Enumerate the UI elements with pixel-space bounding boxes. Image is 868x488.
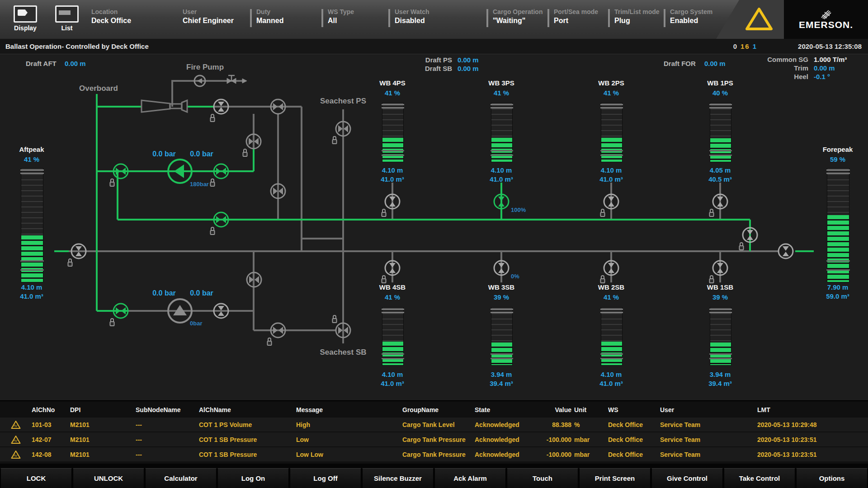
alarm-triangle-icon: [0, 450, 32, 459]
page-title: Ballast Operation- Controlled by Deck Of…: [0, 42, 149, 50]
column-value: Value: [540, 406, 574, 413]
alarm-triangle-icon: [0, 435, 32, 444]
pump1-pressure-in: 0.0 bar: [152, 150, 176, 158]
column-dpi: DPI: [70, 406, 136, 413]
pump1-pressure-out: 0.0 bar: [190, 150, 213, 158]
ship-status-block: Common SG1.000 T/m³Trim0.00 mHeel-0.1 °: [767, 56, 863, 81]
status-heel: Heel-0.1 °: [767, 73, 863, 81]
column-lmt: LMT: [757, 406, 868, 413]
take-control-button[interactable]: Take Control: [724, 468, 795, 488]
draft-ps-label: Draft PS: [409, 56, 452, 64]
column-alchname: AlChName: [199, 406, 296, 413]
draft-sb-value: 0.00 m: [458, 65, 479, 72]
tank-gauge-wb1ps[interactable]: [710, 103, 731, 162]
valve-wb3ps-position: 100%: [511, 206, 526, 213]
alarm-row-142-07[interactable]: 142-07M2101---COT 1 SB PressureLowCargo …: [0, 432, 868, 446]
list-button[interactable]: List: [48, 5, 86, 33]
header-field-location: LocationDeck Office: [91, 8, 131, 29]
seachest-sb-label: Seachest SB: [320, 348, 367, 357]
kchief-ballast-screen: Display List LocationDeck OfficeUserChie…: [0, 0, 868, 488]
header-field-duty: DutyManned: [256, 8, 283, 29]
emerson-logo: EMERSON.: [784, 0, 868, 39]
column-subnodename: SubNodeName: [136, 406, 199, 413]
touch-button[interactable]: Touch: [507, 468, 578, 488]
pump1-rating: 180bar: [190, 181, 209, 188]
list-icon: [55, 5, 79, 23]
give-control-button[interactable]: Give Control: [651, 468, 723, 488]
display-icon: [14, 5, 37, 23]
title-bar: Ballast Operation- Controlled by Deck Of…: [0, 39, 868, 54]
header-field-cargo-system: Cargo SystemEnabled: [670, 8, 712, 29]
calculator-button[interactable]: Calculator: [145, 468, 217, 488]
column-user: User: [660, 406, 757, 413]
header-field-trim-list-mode: Trim/List modePlug: [614, 8, 660, 29]
tank-gauge-wb2ps[interactable]: [601, 103, 623, 162]
alarm-row-142-08[interactable]: 142-08M2101---COT 1 SB PressureLow LowCa…: [0, 447, 868, 461]
fire-pump-label: Fire Pump: [186, 63, 224, 71]
header-field-ws-type: WS TypeAll: [328, 8, 354, 29]
header-field-user-watch: User WatchDisabled: [395, 8, 429, 29]
tank-gauge-wb1sb[interactable]: [710, 307, 731, 366]
alarm-triangle-icon: [0, 420, 32, 429]
column-message: Message: [296, 406, 402, 413]
valve-wb3sb-position: 0%: [511, 273, 519, 280]
alarm-counters: 0161: [733, 42, 757, 50]
log-on-button[interactable]: Log On: [217, 468, 289, 488]
seachest-ps-label: Seachest PS: [320, 97, 366, 105]
emerson-scribble-icon: [817, 9, 835, 19]
header-field-port-sea-mode: Port/Sea modePort: [554, 8, 598, 29]
column-ws: WS: [608, 406, 660, 413]
pump2-rating: 0bar: [190, 320, 202, 327]
draft-aft-value: 0.00 m: [65, 60, 86, 67]
options-button[interactable]: Options: [796, 468, 868, 488]
bottom-toolbar: LOCKUNLOCKCalculatorLog OnLog OffSilence…: [0, 464, 868, 488]
draft-aft-label: Draft AFT: [26, 60, 57, 67]
header-field-cargo-operation: Cargo Operation"Waiting": [493, 8, 542, 29]
count-alarm: 16: [741, 42, 750, 50]
status-trim: Trim0.00 m: [767, 64, 863, 73]
tank-gauge-wb3ps[interactable]: [491, 103, 513, 162]
alarm-row-101-03[interactable]: 101-03M2101---COT 1 PS VolumeHighCargo T…: [0, 418, 868, 432]
overboard-label: Overboard: [79, 84, 118, 93]
piping-diagram: Overboard Fire Pump Seachest PS Seachest…: [0, 54, 868, 401]
ack-alarm-button[interactable]: Ack Alarm: [434, 468, 506, 488]
ballast-mimic-diagram: Overboard Fire Pump Seachest PS Seachest…: [0, 54, 868, 401]
silence-buzzer-button[interactable]: Silence Buzzer: [362, 468, 434, 488]
tank-gauge-wb3sb[interactable]: [491, 307, 513, 366]
count-normal: 0: [733, 42, 738, 50]
count-info: 1: [753, 42, 757, 50]
column-groupname: GroupName: [402, 406, 475, 413]
draft-sb-label: Draft SB: [409, 65, 452, 72]
column-alchno: AlChNo: [32, 406, 70, 413]
pump2-pressure-in: 0.0 bar: [152, 289, 176, 297]
top-header: Display List LocationDeck OfficeUserChie…: [0, 0, 868, 39]
warning-triangle-icon: [716, 0, 784, 39]
draft-ps-value: 0.00 m: [458, 56, 479, 64]
print-screen-button[interactable]: Print Screen: [579, 468, 651, 488]
lock-button[interactable]: LOCK: [0, 468, 72, 488]
alarm-table-header: AlChNoDPISubNodeNameAlChNameMessageGroup…: [0, 403, 868, 417]
tank-gauge-forepeak[interactable]: [827, 168, 849, 282]
fire-line-valve[interactable]: [227, 75, 247, 84]
unlock-button[interactable]: UNLOCK: [73, 468, 144, 488]
column-state: State: [475, 406, 540, 413]
tank-gauge-wb4sb[interactable]: [382, 307, 404, 366]
tank-gauge-wb4ps[interactable]: [382, 103, 404, 162]
draft-for-label: Draft FOR: [664, 60, 696, 67]
datetime: 2020-05-13 12:35:08: [798, 42, 862, 50]
tank-gauge-wb2sb[interactable]: [601, 307, 623, 366]
display-button[interactable]: Display: [6, 5, 44, 33]
header-field-user: UserChief Engineer: [183, 8, 234, 29]
alarm-indicator-panel[interactable]: [716, 0, 784, 39]
pump2-pressure-out: 0.0 bar: [190, 289, 213, 297]
tank-gauge-aftpeak[interactable]: [21, 168, 43, 282]
alarm-list: AlChNoDPISubNodeNameAlChNameMessageGroup…: [0, 400, 868, 465]
status-common-sg: Common SG1.000 T/m³: [767, 56, 863, 64]
draft-for-value: 0.00 m: [704, 60, 726, 67]
column-unit: Unit: [574, 406, 608, 413]
valve-forepeak[interactable]: [778, 244, 793, 258]
log-off-button[interactable]: Log Off: [290, 468, 361, 488]
